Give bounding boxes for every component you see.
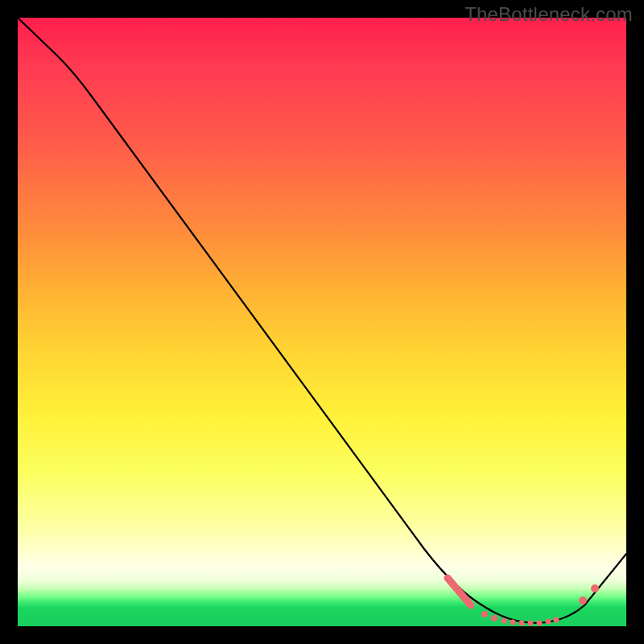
svg-point-8 — [554, 617, 559, 623]
svg-point-3 — [510, 620, 516, 625]
svg-point-6 — [537, 621, 543, 626]
marker-dot-right-2 — [591, 584, 599, 592]
chart-stage: TheBottleneck.com — [0, 0, 644, 644]
bottleneck-curve — [18, 18, 626, 623]
gradient-plot-area — [18, 18, 626, 626]
svg-point-7 — [546, 619, 551, 625]
svg-point-2 — [502, 618, 507, 624]
svg-point-0 — [481, 611, 488, 617]
marker-dash-left — [448, 578, 471, 605]
svg-point-4 — [519, 621, 525, 626]
svg-point-5 — [528, 621, 534, 626]
plot-svg — [18, 18, 626, 626]
svg-point-1 — [491, 615, 497, 621]
marker-dot-right-1 — [579, 597, 587, 605]
watermark-text: TheBottleneck.com — [464, 3, 633, 26]
marker-bottom-row — [481, 611, 559, 626]
